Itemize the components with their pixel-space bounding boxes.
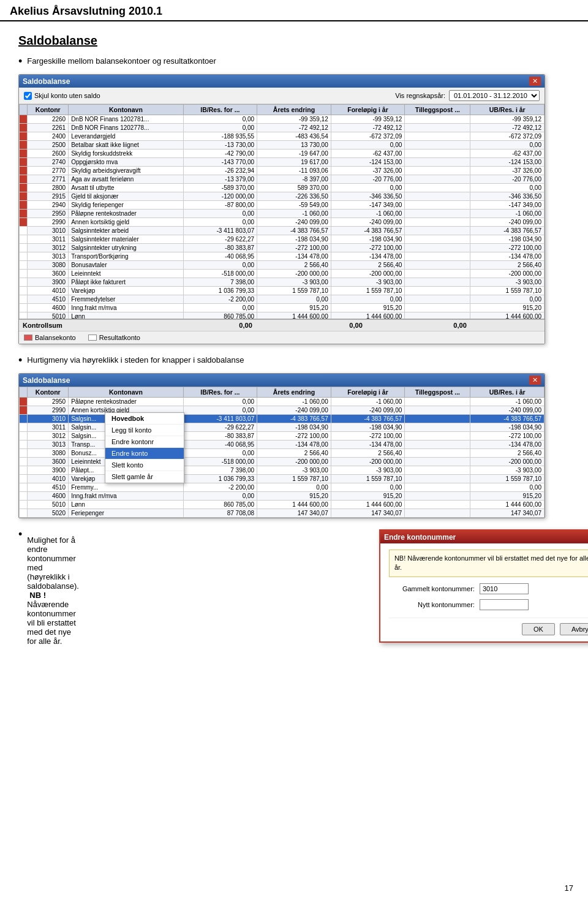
gammelt-kontonummer-input[interactable]	[480, 583, 529, 594]
cell-endring: -72 492,12	[257, 124, 331, 132]
context-menu-item-endre-kontonr[interactable]: Endre kontonr	[105, 436, 184, 448]
cell-kontonavn: Påløpt ikke fakturert	[69, 278, 184, 287]
context-menu-item-hovedbok[interactable]: Hovedbok	[105, 413, 184, 425]
table-row[interactable]: 2990Annen kortsiktig gjeld0,00-240 099,0…	[20, 406, 545, 415]
page-title: Akelius Årsavslutning 2010.1	[10, 5, 162, 18]
table-row: 4510Fremmedytelser-2 200,000,000,000,00	[20, 295, 545, 304]
table-cell: Lønn	[69, 501, 184, 509]
context-menu-item-slett-konto[interactable]: Slett konto	[105, 459, 184, 471]
table-row[interactable]: 3080Bonusz...0,002 566,402 566,402 566,4…	[20, 449, 545, 458]
table-row[interactable]: 3012Salgsin...-80 383,87-272 100,00-272 …	[20, 432, 545, 441]
table-cell: -3 903,00	[331, 466, 405, 475]
table-cell: -1 060,00	[331, 398, 405, 406]
cell-kontonr: 2950	[28, 210, 69, 218]
cell-ub: -4 383 766,57	[470, 227, 545, 235]
cell-ub: -124 153,00	[470, 158, 545, 167]
row-marker-cell	[20, 423, 28, 432]
cell-kontonavn: Bonusavtaler	[69, 261, 184, 270]
table-row[interactable]: 4600Inng.frakt m/mva0,00915,20915,20915,…	[20, 492, 545, 501]
nytt-kontonummer-input[interactable]	[480, 599, 529, 610]
table-cell: -272 100,00	[257, 432, 331, 441]
table-row[interactable]: 3600Leieinntekt-518 000,00-200 000,00-20…	[20, 458, 545, 466]
table-row[interactable]: 4510Fremmy...-2 200,000,000,000,00	[20, 483, 545, 492]
table-cell: 915,20	[257, 492, 331, 501]
table-row: 2990Annen kortsiktig gjeld0,00-240 099,0…	[20, 218, 545, 227]
table-row[interactable]: 4010Varekjøp1 036 799,331 559 787,101 55…	[20, 475, 545, 483]
table-row[interactable]: 3900Påløpt...7 398,00-3 903,00-3 903,00-…	[20, 466, 545, 475]
table-row: 2770Skyldig arbeidsgiveravgift-26 232,94…	[20, 167, 545, 175]
window-2-titlebar: Saldobalanse ✕	[19, 374, 545, 387]
cell-ub: 2 566,40	[470, 261, 545, 270]
table-row[interactable]: 5010Lønn860 785,001 444 600,001 444 600,…	[20, 501, 545, 509]
cell-endring: -1 060,00	[257, 210, 331, 218]
cell-endring: 1 559 787,10	[257, 287, 331, 295]
table-cell: -29 622,27	[183, 423, 257, 432]
table-cell	[405, 406, 470, 415]
table-cell: -4 383 766,57	[470, 415, 545, 423]
table-cell: 1 559 787,10	[331, 475, 405, 483]
row-marker-cell	[20, 201, 28, 210]
cell-kontonr: 2800	[28, 184, 69, 192]
cell-tillegg	[405, 244, 470, 252]
cell-forelopig: -134 478,00	[331, 252, 405, 261]
table-cell: -2 200,00	[183, 483, 257, 492]
kontrollsum-val-2: 0,00	[307, 322, 363, 329]
table-cell	[405, 423, 470, 432]
table-cell: -134 478,00	[257, 441, 331, 449]
cell-endring: -4 383 766,57	[257, 227, 331, 235]
cell-ib: -120 000,00	[183, 192, 257, 201]
cell-endring: -240 099,00	[257, 218, 331, 227]
cell-ub: -272 100,00	[470, 244, 545, 252]
table-row: 3013Transport/Bortkjøring-40 068,95-134 …	[20, 252, 545, 261]
table-cell: -3 411 803,07	[183, 415, 257, 423]
date-range-select[interactable]: 01.01.2010 - 31.12.2010	[449, 90, 540, 101]
context-menu-item-endre-konto[interactable]: Endre konto	[105, 448, 184, 459]
legend-balance: Balansekonto	[24, 334, 76, 341]
cell-kontonr: 5010	[28, 312, 69, 319]
bullet-1: • Fargeskille mellom balansekontoer og r…	[18, 56, 570, 68]
row-marker-cell	[20, 227, 28, 235]
kontrollsum-val-1: 0,00	[197, 322, 252, 329]
table-cell: 87 708,08	[183, 509, 257, 518]
cell-kontonavn: Påløpne rentekostnader	[69, 210, 184, 218]
legend-result-label: Resultatkonto	[99, 334, 140, 341]
cell-kontonavn: Lønn	[69, 312, 184, 319]
cell-endring: 0,00	[257, 295, 331, 304]
table-cell: -3 903,00	[470, 466, 545, 475]
context-menu-item-slett-gamle[interactable]: Slett gamle år	[105, 471, 184, 483]
window-1-close-button[interactable]: ✕	[529, 77, 541, 86]
table-cell: -134 478,00	[331, 441, 405, 449]
cell-ib: 0,00	[183, 218, 257, 227]
cell-tillegg	[405, 261, 470, 270]
table-cell: -3 903,00	[257, 466, 331, 475]
bullet-3: • Mulighet for å endre kontonummer med (…	[18, 529, 570, 646]
cell-ub: -198 034,90	[470, 235, 545, 244]
page-header: Akelius Årsavslutning 2010.1	[0, 0, 588, 21]
table-row[interactable]: 3011Salgsin...-29 622,27-198 034,90-198 …	[20, 423, 545, 432]
table-row[interactable]: 3013Transp...-40 068,95-134 478,00-134 4…	[20, 441, 545, 449]
table-cell	[405, 398, 470, 406]
cell-ib: -188 935,55	[183, 132, 257, 141]
table-row: 2950Påløpne rentekostnader0,00-1 060,00-…	[20, 210, 545, 218]
table-row[interactable]: 3010Salgsin...-3 411 803,07-4 383 766,57…	[20, 415, 545, 423]
cell-forelopig: -346 336,50	[331, 192, 405, 201]
context-menu-item-legg-til[interactable]: Legg til konto	[105, 425, 184, 436]
table-row: 2800Avsatt til utbytte-589 370,00589 370…	[20, 184, 545, 192]
cell-ub: -20 776,00	[470, 175, 545, 184]
table-cell: 3010	[28, 415, 69, 423]
t2-col-kontonavn: Kontonavn	[69, 387, 184, 398]
row-marker-cell	[20, 398, 28, 406]
cell-forelopig: -672 372,09	[331, 132, 405, 141]
skjul-checkbox[interactable]	[24, 92, 32, 100]
cell-ub: 0,00	[470, 295, 545, 304]
ok-button[interactable]: OK	[522, 623, 555, 635]
row-marker-cell	[20, 244, 28, 252]
row-marker-cell	[20, 415, 28, 423]
table-row[interactable]: 5020Feriepenger87 708,08147 340,07147 34…	[20, 509, 545, 518]
window-2-close-button[interactable]: ✕	[529, 376, 541, 385]
cell-ib: -518 000,00	[183, 270, 257, 278]
cell-endring: 13 730,00	[257, 141, 331, 149]
table-row[interactable]: 2950Påløpne rentekostnader0,00-1 060,00-…	[20, 398, 545, 406]
avbryt-button[interactable]: Avbryt	[560, 623, 588, 635]
table-cell: -134 478,00	[470, 441, 545, 449]
